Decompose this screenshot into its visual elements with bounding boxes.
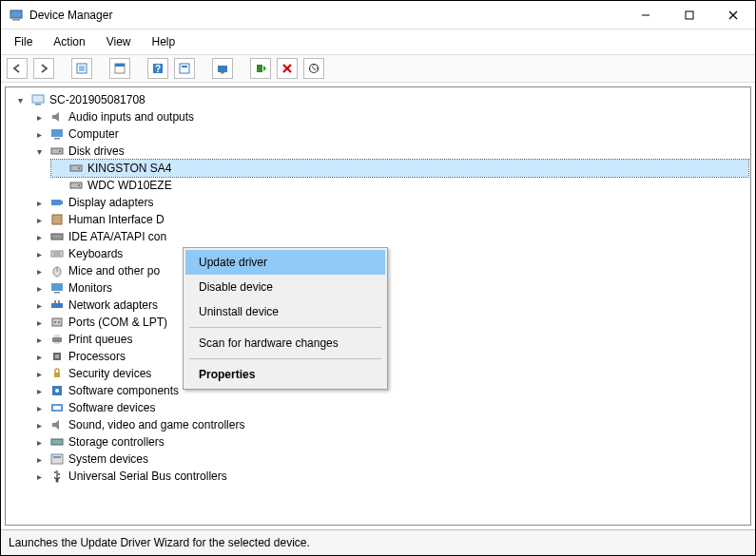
category-software-components[interactable]: ▸ Software components — [32, 382, 748, 399]
context-scan-hardware[interactable]: Scan for hardware changes — [185, 331, 385, 355]
category-monitors[interactable]: ▸ Monitors — [32, 279, 748, 297]
category-network[interactable]: ▸ Network adapters — [32, 297, 748, 314]
chevron-right-icon[interactable]: ▸ — [32, 452, 46, 466]
category-sound[interactable]: ▸ Sound, video and game controllers — [32, 416, 748, 433]
svg-rect-51 — [54, 342, 60, 344]
category-label: Security devices — [68, 367, 151, 380]
lock-icon — [49, 366, 65, 381]
network-icon — [49, 297, 65, 313]
svg-rect-61 — [53, 456, 61, 458]
menu-action[interactable]: Action — [49, 33, 88, 50]
device-kingston[interactable]: KINGSTON SA4 — [51, 160, 748, 177]
category-ports[interactable]: ▸ Ports (COM & LPT) — [32, 314, 748, 331]
storage-controller-icon — [49, 434, 65, 450]
software-device-icon — [49, 400, 65, 415]
speaker-icon — [49, 417, 65, 432]
svg-rect-54 — [54, 373, 60, 377]
chevron-right-icon[interactable]: ▸ — [32, 350, 46, 363]
category-label: Human Interface D — [68, 213, 165, 226]
category-print[interactable]: ▸ Print queues — [32, 331, 748, 348]
search-button[interactable] — [174, 58, 195, 79]
monitor-icon — [49, 126, 65, 142]
category-computer[interactable]: ▸ Computer — [32, 125, 748, 143]
category-usb[interactable]: ▸ Universal Serial Bus controllers — [32, 468, 748, 485]
update-driver-button[interactable] — [250, 58, 271, 79]
back-button[interactable] — [7, 58, 28, 79]
monitor-icon — [49, 280, 65, 296]
minimize-button[interactable] — [624, 1, 668, 29]
forward-button[interactable] — [33, 58, 54, 79]
svg-rect-36 — [51, 251, 63, 257]
context-properties[interactable]: Properties — [185, 362, 385, 387]
category-label: Processors — [68, 350, 126, 363]
chevron-right-icon[interactable]: ▸ — [32, 298, 46, 312]
category-label: Computer — [68, 127, 119, 141]
svg-rect-43 — [51, 303, 63, 308]
show-hidden-button[interactable] — [212, 58, 233, 79]
device-label: WDC WD10EZE — [87, 179, 172, 192]
svg-rect-28 — [70, 165, 82, 171]
chevron-right-icon[interactable]: ▸ — [32, 384, 46, 397]
category-label: Software devices — [68, 401, 155, 414]
category-label: Keyboards — [68, 247, 123, 260]
chevron-right-icon[interactable]: ▸ — [32, 281, 46, 295]
category-disk-drives[interactable]: ▾ Disk drives — [32, 143, 748, 160]
scan-hardware-button[interactable] — [303, 58, 324, 79]
system-icon — [49, 451, 65, 467]
chevron-right-icon[interactable]: ▸ — [32, 110, 46, 124]
category-processors[interactable]: ▸ Processors — [32, 348, 748, 365]
category-security[interactable]: ▸ Security devices — [32, 365, 748, 382]
chevron-right-icon[interactable]: ▸ — [32, 470, 46, 483]
svg-rect-46 — [52, 318, 62, 326]
context-uninstall-device[interactable]: Uninstall device — [185, 299, 385, 324]
chevron-down-icon[interactable]: ▾ — [13, 93, 27, 106]
svg-point-29 — [78, 167, 80, 169]
category-audio[interactable]: ▸ Audio inputs and outputs — [32, 108, 748, 125]
chevron-right-icon[interactable]: ▸ — [32, 264, 46, 278]
app-icon — [9, 8, 24, 23]
category-hid[interactable]: ▸ Human Interface D — [32, 211, 748, 228]
svg-rect-35 — [51, 234, 63, 240]
maximize-button[interactable] — [668, 1, 711, 29]
help-button[interactable]: ? — [147, 58, 168, 79]
menu-help[interactable]: Help — [148, 33, 180, 50]
detail-button[interactable] — [71, 58, 92, 79]
chevron-right-icon[interactable]: ▸ — [32, 418, 46, 431]
properties-button[interactable] — [109, 58, 130, 79]
context-update-driver[interactable]: Update driver — [185, 250, 385, 275]
close-button[interactable] — [711, 1, 755, 29]
chevron-right-icon[interactable]: ▸ — [32, 367, 46, 380]
menu-view[interactable]: View — [103, 33, 135, 50]
chevron-right-icon[interactable]: ▸ — [32, 196, 46, 209]
menu-file[interactable]: File — [10, 33, 36, 50]
chevron-right-icon[interactable]: ▸ — [32, 435, 46, 449]
chevron-right-icon[interactable]: ▸ — [32, 213, 46, 226]
uninstall-device-button[interactable] — [277, 58, 298, 79]
category-system[interactable]: ▸ System devices — [32, 451, 748, 468]
category-software-devices[interactable]: ▸ Software devices — [32, 399, 748, 416]
chevron-right-icon[interactable]: ▸ — [32, 247, 46, 260]
svg-rect-58 — [53, 406, 61, 410]
svg-rect-53 — [55, 355, 59, 358]
ports-icon — [49, 315, 65, 330]
svg-rect-0 — [10, 10, 22, 18]
chevron-right-icon[interactable]: ▸ — [32, 127, 46, 141]
chevron-right-icon[interactable]: ▸ — [32, 333, 46, 346]
chevron-right-icon[interactable]: ▸ — [32, 401, 46, 414]
category-keyboards[interactable]: ▸ Keyboards — [32, 245, 748, 262]
category-display[interactable]: ▸ Display adapters — [32, 194, 748, 211]
chevron-down-icon[interactable]: ▾ — [32, 144, 46, 158]
category-storage[interactable]: ▸ Storage controllers — [32, 433, 748, 451]
title-bar: Device Manager — [1, 1, 755, 29]
category-label: Disk drives — [68, 144, 125, 158]
svg-rect-24 — [51, 129, 63, 137]
device-wdc[interactable]: WDC WD10EZE — [51, 177, 748, 194]
chevron-right-icon[interactable]: ▸ — [32, 230, 46, 243]
root-node[interactable]: ▾ SC-201905081708 — [13, 91, 748, 108]
category-ide[interactable]: ▸ IDE ATA/ATAPI con — [32, 228, 748, 245]
category-mice[interactable]: ▸ Mice and other po — [32, 262, 748, 279]
chevron-right-icon[interactable]: ▸ — [32, 316, 46, 329]
category-label: Ports (COM & LPT) — [68, 316, 167, 329]
context-disable-device[interactable]: Disable device — [185, 275, 385, 299]
category-label: Print queues — [68, 333, 132, 346]
